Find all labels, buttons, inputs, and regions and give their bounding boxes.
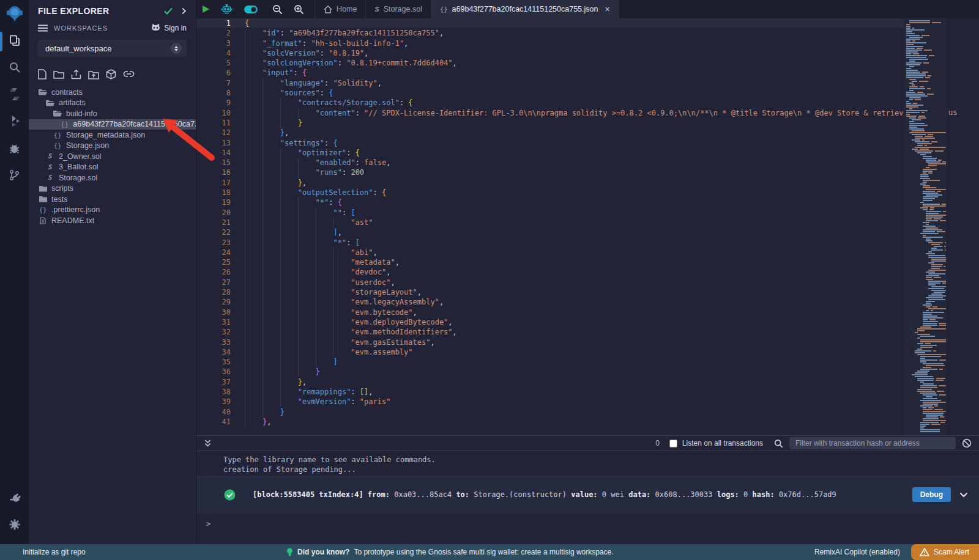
code-line: 15 "enabled": false, (196, 158, 904, 168)
listen-all-transactions-checkbox[interactable] (669, 440, 677, 448)
plugin-manager-icon[interactable] (0, 484, 29, 511)
tree-item[interactable]: tests (29, 194, 196, 205)
run-script-icon[interactable] (196, 0, 215, 18)
code-token: , (453, 328, 457, 336)
github-icon (151, 23, 161, 32)
indent-guide (280, 227, 281, 237)
tree-item[interactable]: {}Storage_metadata.json (29, 130, 196, 141)
terminal[interactable]: Type the library name to see available c… (196, 451, 979, 544)
minimap-line (920, 385, 937, 386)
indent-guide (262, 118, 263, 128)
tree-item[interactable]: S2_Owner.sol (29, 151, 196, 162)
minimap-line (926, 396, 933, 397)
transaction-entry[interactable]: [block:5583405 txIndex:4] from: 0xa03...… (196, 476, 979, 514)
line-number: 38 (196, 387, 245, 397)
line-number: 22 (196, 227, 245, 237)
minimap-line (909, 20, 931, 21)
link-icon[interactable] (123, 70, 135, 79)
search-icon[interactable] (0, 54, 29, 81)
indent-guide (280, 317, 281, 327)
publish-to-gist-icon[interactable] (106, 69, 116, 79)
terminal-prompt[interactable]: > (206, 520, 210, 528)
minimap-line (917, 328, 946, 330)
minimap-line (906, 110, 928, 111)
code-token: : (320, 89, 329, 97)
indent-guide (262, 327, 263, 337)
new-file-icon[interactable] (38, 69, 47, 79)
tree-item[interactable]: build-info (29, 108, 196, 119)
copilot-toggle-icon[interactable] (238, 0, 264, 18)
minimap-line (923, 367, 931, 368)
minimap-line (912, 28, 914, 29)
minimap-line (923, 394, 937, 396)
tree-item[interactable]: README.txt (29, 215, 196, 226)
minimap-line (923, 304, 932, 306)
minimap[interactable] (904, 18, 946, 435)
tree-item[interactable]: contracts (29, 87, 196, 98)
upload-folder-icon[interactable] (88, 70, 99, 79)
zoom-in-icon[interactable] (288, 0, 310, 18)
deploy-run-icon[interactable] (0, 108, 29, 134)
debug-button[interactable]: Debug (912, 487, 951, 502)
close-tab-icon[interactable]: × (605, 4, 609, 14)
debugger-icon[interactable] (0, 134, 29, 161)
git-icon[interactable] (0, 161, 29, 188)
remix-logo-icon[interactable] (0, 0, 29, 27)
minimap-line (926, 194, 943, 196)
minimap-line (915, 136, 923, 137)
code-token: } (316, 367, 320, 376)
minimap-line (920, 426, 926, 427)
line-number: 18 (196, 188, 245, 197)
terminal-collapse-icon[interactable] (204, 439, 212, 448)
tree-item[interactable]: S3_Ballot.sol (29, 162, 196, 173)
code-line: 21 "ast" (196, 218, 904, 227)
sign-in-button[interactable]: Sign in (151, 23, 187, 32)
minimap-line (906, 106, 918, 108)
file-explorer-icon[interactable] (0, 27, 29, 54)
panel-collapse-chevron-icon[interactable] (181, 7, 187, 15)
minimap-line (906, 40, 910, 42)
minimap-line (930, 207, 934, 208)
code-token: : (342, 208, 351, 217)
expand-transaction-chevron-icon[interactable] (959, 492, 968, 498)
line-number: 28 (196, 287, 245, 297)
minimap-line (917, 330, 925, 331)
tree-item[interactable]: SStorage.sol (29, 172, 196, 183)
sol-tab-icon: S (374, 5, 379, 13)
tree-item[interactable]: {}.prettierrc.json (29, 205, 196, 216)
workspace-stepper-icon[interactable] (171, 43, 182, 54)
clear-console-icon[interactable] (962, 438, 972, 448)
line-number: 34 (196, 347, 245, 357)
zoom-out-icon[interactable] (264, 0, 288, 18)
code-line: 12 }, (196, 128, 904, 138)
minimap-line (923, 180, 940, 181)
git-init-status[interactable]: Initialize as git repo (23, 548, 86, 556)
tree-item[interactable]: artifacts (29, 98, 196, 109)
settings-gear-icon[interactable] (0, 511, 29, 538)
tree-item[interactable]: scripts (29, 183, 196, 194)
tab[interactable]: {}a69b43f277ba20fcac141151250ca755.json× (431, 0, 619, 18)
ai-copilot-robot-icon[interactable] (215, 0, 238, 18)
new-folder-icon[interactable] (53, 70, 64, 79)
workspace-select[interactable]: default_workspace (38, 40, 187, 57)
minimap-line (906, 48, 915, 49)
code-line: 16 "runs": 200 (196, 168, 904, 177)
tree-item[interactable]: {}Storage.json (29, 141, 196, 152)
minimap-line (906, 29, 925, 31)
code-token: , (439, 298, 444, 306)
solidity-compiler-icon[interactable] (0, 81, 29, 108)
indent-guide (298, 248, 299, 257)
tab[interactable]: SStorage.sol (366, 0, 431, 18)
minimap-line (936, 380, 944, 381)
code-token: , (390, 278, 395, 287)
minimap-line (939, 369, 943, 370)
transaction-filter-input[interactable] (789, 437, 956, 449)
hamburger-menu-icon[interactable] (38, 24, 48, 32)
tab[interactable]: Home (315, 0, 366, 18)
tree-item[interactable]: {}a69b43f277ba20fcac141151250ca7... (29, 119, 196, 130)
upload-file-icon[interactable] (71, 69, 81, 79)
copilot-status[interactable]: RemixAI Copilot (enabled) (814, 548, 900, 556)
scam-alert-badge[interactable]: Scam Alert (911, 544, 979, 560)
code-token: "userdoc" (351, 278, 390, 287)
code-editor[interactable]: 1{2 "id": "a69b43f277ba20fcac141151250ca… (196, 18, 979, 435)
